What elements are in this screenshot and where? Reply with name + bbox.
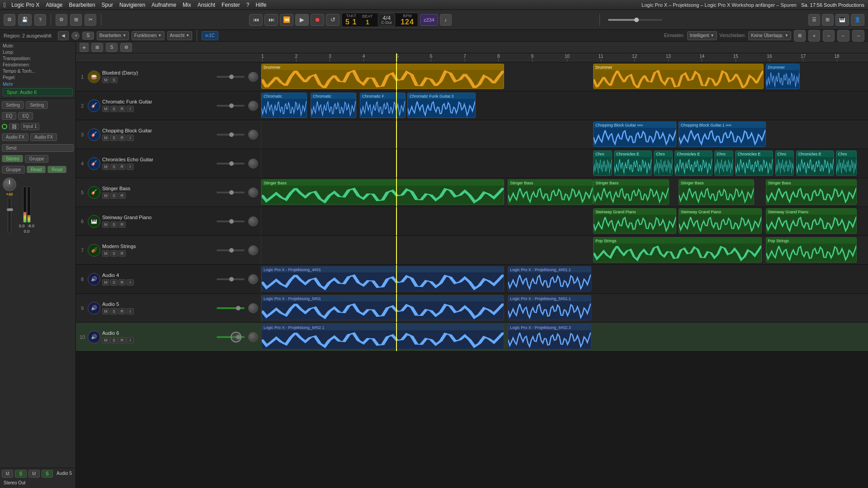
clip-2-2[interactable]: Chromatic F <box>360 93 406 118</box>
toolbar-settings-btn[interactable]: ⚙ <box>4 14 15 26</box>
track-type-btn[interactable]: ⊞ <box>91 43 103 52</box>
track-btn-m-2[interactable]: M <box>102 106 109 112</box>
clip-3-0[interactable]: Chopping Block Guitar ∞∞ <box>593 122 677 147</box>
clip-2-3[interactable]: Chromatic Funk Guitar.3 <box>407 93 476 118</box>
track-vol-knob-10[interactable] <box>248 332 258 342</box>
menu-fenster[interactable]: Fenster <box>222 2 240 8</box>
track-btn-m-7[interactable]: M <box>102 250 109 257</box>
track-btn-m-1[interactable]: M <box>102 77 109 83</box>
menu-hilfe[interactable]: Hilfe <box>255 2 266 8</box>
arrow-left-btn[interactable]: ← <box>837 30 849 42</box>
clip-7-0[interactable]: Pop Strings <box>593 237 762 263</box>
track-btn-m-8[interactable]: M <box>102 279 109 286</box>
edit-dropdown[interactable]: Bearbeiten ▼ <box>97 31 129 40</box>
clip-4-3[interactable]: Chronicles E <box>675 150 712 176</box>
clip-1-1[interactable]: Drummer <box>593 64 764 89</box>
track-btn-s-2[interactable]: S <box>110 106 118 112</box>
menu-bearbeiten[interactable]: Bearbeiten <box>69 2 95 8</box>
track-vol-knob-9[interactable] <box>248 303 258 313</box>
track-fader-4[interactable] <box>215 163 246 164</box>
track-icon-7[interactable]: 🎻 <box>88 244 100 257</box>
clip-4-7[interactable]: Chronicles E <box>796 150 834 176</box>
track-btn-i-8[interactable]: I <box>127 279 134 286</box>
clip-5-0[interactable]: Stinger Bass <box>261 179 504 205</box>
clip-8-1[interactable]: Logic Pro X - Projektsong_4#01.1 <box>508 266 591 291</box>
toolbar-save-btn[interactable]: 💾 <box>18 14 32 26</box>
add-track-btn[interactable]: + <box>71 32 80 40</box>
link-btn[interactable]: ⛓ <box>9 123 19 130</box>
menu-ablage[interactable]: Ablage <box>46 2 62 8</box>
track-icon-8[interactable]: 🔊 <box>88 273 100 286</box>
track-list-btn[interactable]: S <box>106 43 118 52</box>
clip-7-1[interactable]: Pop Strings <box>766 237 857 263</box>
to-start-btn[interactable]: ⏪ <box>280 14 293 26</box>
track-vol-knob-6[interactable] <box>248 216 258 226</box>
snap-icon-btn[interactable]: ⊞ <box>794 30 806 42</box>
menu-hilfe-num[interactable]: ? <box>246 2 250 8</box>
tuner-btn[interactable]: ♪ <box>440 14 452 26</box>
clip-5-3[interactable]: Stinger Bass <box>679 179 755 205</box>
solo-btn-bot[interactable]: S <box>15 470 26 478</box>
fast-forward-btn[interactable]: ⏭ <box>264 14 278 26</box>
clip-1-2[interactable]: Drummer <box>766 64 800 89</box>
clip-6-2[interactable]: Steinway Grand Piano <box>766 208 857 234</box>
toolbar-list-btn[interactable]: ☰ <box>808 14 820 26</box>
track-btn-m-10[interactable]: M <box>102 337 109 343</box>
cycle-btn[interactable]: ↺ <box>326 14 340 26</box>
track-btn-r-7[interactable]: R <box>118 250 126 257</box>
mute-btn-bot[interactable]: M <box>2 470 13 478</box>
clip-5-2[interactable]: Stinger Bass <box>593 179 669 205</box>
eq-btn-1[interactable]: EQ <box>2 112 16 120</box>
menu-logic-pro-x[interactable]: Logic Pro X <box>11 2 39 8</box>
toolbar-sliders-btn[interactable]: ⊞ <box>70 14 82 26</box>
track-vol-knob-4[interactable] <box>248 159 258 169</box>
solo-btn-bot2[interactable]: S <box>42 470 53 478</box>
tracks-scroll[interactable]: 1🥁Bluebird (Darcy)MSDrummerDrummerDrumme… <box>76 62 868 488</box>
input-btn[interactable]: Input 1 <box>21 123 39 130</box>
track-fader-9[interactable] <box>215 307 246 309</box>
ansicht-dropdown[interactable]: Ansicht ▼ <box>167 31 193 40</box>
track-btn-i-3[interactable]: I <box>127 135 134 141</box>
clip-2-0[interactable]: Chromatic <box>261 93 307 118</box>
record-btn[interactable]: ⏺ <box>311 14 324 26</box>
play-btn[interactable]: ▶ <box>295 14 309 26</box>
track-fader-3[interactable] <box>215 134 246 136</box>
gruppe-btn-1[interactable]: Gruppe <box>25 155 48 163</box>
eq-btn-2[interactable]: EQ <box>18 112 33 120</box>
stereo-btn[interactable]: Stereo <box>2 155 23 162</box>
track-btn-i-10[interactable]: I <box>127 337 134 343</box>
menu-spur[interactable]: Spur <box>102 2 113 8</box>
clip-4-2[interactable]: Chro <box>654 150 673 176</box>
funktionen-dropdown[interactable]: Funktionen ▼ <box>132 31 164 40</box>
track-icon-5[interactable]: 🎸 <box>88 186 100 199</box>
toolbar-settings2-btn[interactable]: ⚙ <box>56 14 67 26</box>
track-btn-r-3[interactable]: R <box>118 135 126 141</box>
arrow-right-btn[interactable]: → <box>852 30 864 42</box>
track-btn-m-3[interactable]: M <box>102 135 109 141</box>
clip-4-0[interactable]: Chro <box>593 150 612 176</box>
toolbar-help-btn[interactable]: ? <box>34 14 46 26</box>
track-btn-r-4[interactable]: R <box>118 164 126 170</box>
pan-knob[interactable] <box>3 178 16 191</box>
track-btn-r-2[interactable]: R <box>118 106 126 112</box>
track-btn-r-6[interactable]: R <box>118 221 126 228</box>
volume-fader[interactable] <box>8 197 11 234</box>
track-icon-3[interactable]: 🎸 <box>88 128 100 141</box>
toolbar-scissors-btn[interactable]: ✂ <box>85 14 96 26</box>
setting-btn-1[interactable]: Setting <box>2 101 24 109</box>
track-fader-1[interactable] <box>215 76 246 78</box>
track-btn-m-9[interactable]: M <box>102 308 109 314</box>
track-icon-4[interactable]: 🎸 <box>88 157 100 170</box>
audiofx-btn-2[interactable]: Audio FX <box>30 133 57 141</box>
track-btn-i-9[interactable]: I <box>127 308 134 314</box>
track-btn-s-9[interactable]: S <box>110 308 118 314</box>
clip-5-4[interactable]: Stinger Bass <box>766 179 857 205</box>
track-icon-10[interactable]: 🔊 <box>88 331 100 343</box>
clip-4-4[interactable]: Chro <box>714 150 733 176</box>
clip-2-1[interactable]: Chromatic <box>311 93 356 118</box>
add-track-btn-main[interactable]: + <box>80 43 89 52</box>
clip-4-1[interactable]: Chronicles E <box>614 150 652 176</box>
edit-mode-btn[interactable]: ⊳1C <box>202 31 218 40</box>
track-vol-knob-7[interactable] <box>248 245 258 255</box>
track-btn-s-1[interactable]: S <box>110 77 118 83</box>
